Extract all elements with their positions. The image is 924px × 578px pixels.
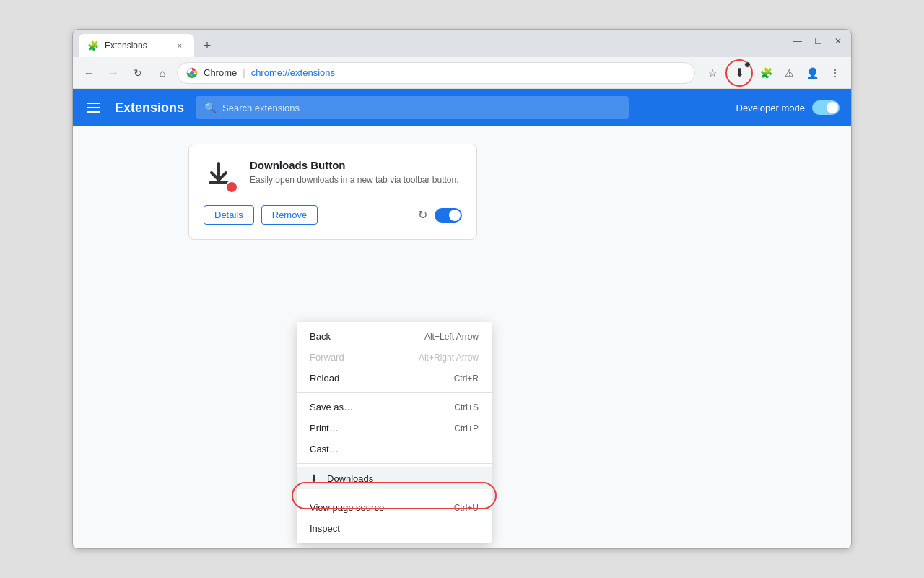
maximize-button[interactable]: ☐ bbox=[812, 35, 824, 47]
main-content: Downloads Button Easily open downloads i… bbox=[73, 126, 851, 548]
menu-button[interactable]: ⋮ bbox=[825, 63, 845, 83]
browser-window: 🧩 Extensions × + — ☐ ✕ ← → ↻ ⌂ bbox=[72, 29, 852, 549]
minimize-button[interactable]: — bbox=[792, 35, 803, 47]
download-badge bbox=[744, 61, 751, 68]
download-button-highlighted[interactable]: ⬇ bbox=[725, 59, 753, 87]
extensions-header: Extensions 🔍 Search extensions Developer… bbox=[73, 89, 851, 126]
title-bar: 🧩 Extensions × + — ☐ ✕ bbox=[73, 30, 851, 57]
remove-button[interactable]: Remove bbox=[261, 205, 318, 225]
address-chrome-label: Chrome bbox=[204, 67, 237, 78]
svg-point-1 bbox=[190, 71, 194, 75]
menu-item-back-shortcut: Alt+Left Arrow bbox=[424, 332, 479, 342]
new-tab-button[interactable]: + bbox=[197, 35, 217, 56]
menu-item-back-label: Back bbox=[310, 331, 416, 342]
context-menu-back[interactable]: Back Alt+Left Arrow bbox=[297, 326, 492, 347]
svg-point-2 bbox=[229, 184, 235, 190]
tab-extension-icon: 🧩 bbox=[87, 40, 99, 51]
developer-mode-switch[interactable] bbox=[812, 100, 840, 115]
hamburger-line-1 bbox=[87, 103, 100, 104]
close-button[interactable]: ✕ bbox=[832, 35, 844, 47]
extensions-button[interactable]: 🧩 bbox=[756, 63, 776, 83]
context-menu-forward[interactable]: Forward Alt+Right Arrow bbox=[297, 347, 492, 368]
menu-item-cast-label: Cast… bbox=[310, 444, 470, 454]
menu-item-reload-label: Reload bbox=[310, 373, 445, 384]
menu-item-view-source-label: View page source bbox=[310, 502, 445, 513]
developer-mode-toggle[interactable]: Developer mode bbox=[736, 100, 840, 115]
menu-divider-3 bbox=[297, 493, 492, 493]
menu-item-inspect-label: Inspect bbox=[310, 523, 470, 534]
downloads-arrow-icon: ⬇ bbox=[310, 473, 318, 484]
hamburger-menu[interactable] bbox=[84, 100, 103, 116]
reload-extension-icon[interactable]: ↻ bbox=[418, 208, 427, 222]
active-tab[interactable]: 🧩 Extensions × bbox=[79, 34, 194, 57]
search-bar[interactable]: 🔍 Search extensions bbox=[196, 96, 629, 119]
search-placeholder-text: Search extensions bbox=[222, 103, 300, 113]
extension-card: Downloads Button Easily open downloads i… bbox=[188, 144, 477, 240]
menu-item-reload-shortcut: Ctrl+R bbox=[454, 374, 479, 384]
reload-button[interactable]: ↻ bbox=[128, 63, 148, 83]
page-title: Extensions bbox=[115, 100, 184, 116]
context-menu-view-source[interactable]: View page source Ctrl+U bbox=[297, 497, 492, 518]
back-button[interactable]: ← bbox=[79, 63, 99, 83]
extension-toggle[interactable] bbox=[435, 208, 462, 223]
extension-name: Downloads Button bbox=[250, 159, 459, 171]
menu-item-view-source-shortcut: Ctrl+U bbox=[454, 503, 479, 513]
toolbar-icons: ☆ ⬇ 🧩 ⚠ 👤 ⋮ bbox=[702, 59, 845, 87]
chrome-logo-icon bbox=[186, 67, 198, 79]
context-menu-save-as[interactable]: Save as… Ctrl+S bbox=[297, 397, 492, 418]
menu-divider-2 bbox=[297, 463, 492, 464]
menu-item-save-as-label: Save as… bbox=[310, 402, 445, 413]
address-bar[interactable]: Chrome | chrome://extensions bbox=[177, 62, 695, 84]
menu-item-save-as-shortcut: Ctrl+S bbox=[454, 402, 479, 413]
context-menu-downloads[interactable]: ⬇ Downloads bbox=[297, 467, 492, 489]
extension-toggle-thumb bbox=[449, 210, 461, 221]
profile-button[interactable]: 👤 bbox=[802, 63, 822, 83]
tab-close-button[interactable]: × bbox=[174, 40, 186, 51]
menu-item-forward-shortcut: Alt+Right Arrow bbox=[419, 353, 479, 363]
bookmark-button[interactable]: ☆ bbox=[702, 63, 723, 83]
toggle-thumb bbox=[827, 102, 838, 113]
tab-title: Extensions bbox=[105, 40, 147, 51]
menu-item-downloads-label: Downloads bbox=[327, 473, 479, 484]
developer-mode-label: Developer mode bbox=[736, 103, 805, 113]
extension-card-footer: Details Remove ↻ bbox=[204, 205, 462, 225]
context-menu-cast[interactable]: Cast… bbox=[297, 439, 492, 460]
search-icon: 🔍 bbox=[204, 102, 217, 113]
forward-button[interactable]: → bbox=[103, 63, 123, 83]
hamburger-line-2 bbox=[87, 107, 100, 108]
context-menu-reload[interactable]: Reload Ctrl+R bbox=[297, 368, 492, 389]
extension-description: Easily open downloads in a new tab via t… bbox=[250, 174, 459, 186]
window-controls: — ☐ ✕ bbox=[792, 35, 844, 47]
menu-divider-1 bbox=[297, 392, 492, 393]
hamburger-line-3 bbox=[87, 111, 100, 113]
nav-bar: ← → ↻ ⌂ Chrome | chrome://extensions ☆ bbox=[73, 57, 851, 89]
extension-info: Downloads Button Easily open downloads i… bbox=[250, 159, 459, 186]
address-separator: | bbox=[243, 67, 245, 78]
menu-item-print-label: Print… bbox=[310, 423, 445, 434]
menu-item-forward-label: Forward bbox=[310, 352, 410, 363]
download-icon: ⬇ bbox=[735, 66, 744, 79]
extension-icon-badge bbox=[225, 181, 238, 194]
details-button[interactable]: Details bbox=[204, 205, 254, 225]
menu-item-print-shortcut: Ctrl+P bbox=[454, 423, 479, 434]
context-menu-inspect[interactable]: Inspect bbox=[297, 518, 492, 539]
profile-warning-icon[interactable]: ⚠ bbox=[779, 63, 799, 83]
context-menu-print[interactable]: Print… Ctrl+P bbox=[297, 418, 492, 439]
context-menu: Back Alt+Left Arrow Forward Alt+Right Ar… bbox=[297, 322, 492, 543]
extension-icon bbox=[204, 159, 238, 194]
extension-card-header: Downloads Button Easily open downloads i… bbox=[204, 159, 462, 194]
home-button[interactable]: ⌂ bbox=[152, 63, 173, 83]
address-url: chrome://extensions bbox=[251, 67, 335, 78]
